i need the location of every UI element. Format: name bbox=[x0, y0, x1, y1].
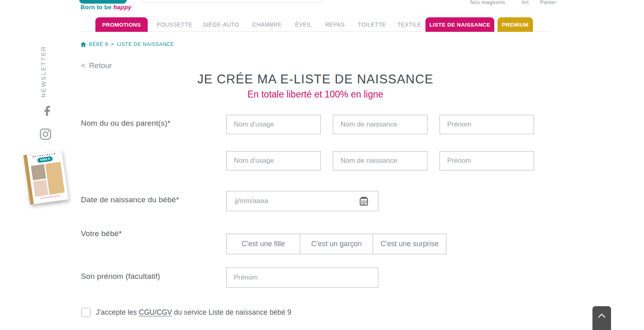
catalog-photo-family bbox=[33, 180, 48, 197]
terms-prefix: J'accepte les bbox=[96, 308, 139, 316]
terms-checkbox[interactable] bbox=[81, 308, 91, 317]
brand-tagline: Born to be happy bbox=[80, 4, 132, 10]
header-link-stores[interactable]: Nos magasins bbox=[470, 0, 505, 5]
parent1-birth-name-input[interactable] bbox=[333, 115, 427, 134]
calendar-icon[interactable] bbox=[359, 196, 369, 207]
back-chevron-icon: < bbox=[81, 61, 85, 70]
catalog-photo-mother bbox=[45, 162, 65, 195]
nav-item-toilette[interactable]: TOILETTE bbox=[358, 17, 386, 32]
nav-item-chambre[interactable]: CHAMBRE bbox=[252, 17, 282, 32]
instagram-icon[interactable] bbox=[39, 128, 52, 142]
birthdate-label: Date de naissance du bébé* bbox=[81, 195, 179, 204]
catalog-logo: bébé 9 bbox=[37, 156, 53, 163]
main-nav: PROMOTIONS POUSSETTE SIÈGE-AUTO CHAMBRE … bbox=[80, 17, 550, 32]
baby-label: Votre bébé* bbox=[81, 229, 122, 238]
back-label: Retour bbox=[89, 61, 112, 70]
brand-logo[interactable] bbox=[79, 0, 127, 4]
breadcrumb-separator: > bbox=[111, 42, 114, 47]
home-icon[interactable] bbox=[80, 42, 86, 47]
facebook-icon[interactable] bbox=[41, 105, 54, 118]
gender-girl-button[interactable]: C'est une fille bbox=[226, 234, 300, 254]
back-link[interactable]: <Retour bbox=[81, 61, 112, 70]
birthdate-input[interactable] bbox=[227, 191, 378, 211]
catalog-speckles bbox=[33, 153, 56, 157]
nav-item-eveil[interactable]: ÉVEIL bbox=[295, 17, 312, 32]
nav-item-premium[interactable]: PREMIUM bbox=[497, 17, 533, 32]
newsletter-tab[interactable]: NEWSLETTER bbox=[40, 56, 47, 98]
nav-item-poussette[interactable]: POUSSETTE bbox=[157, 17, 192, 32]
nav-item-promotions[interactable]: PROMOTIONS bbox=[95, 17, 148, 32]
catalog-thumbnail[interactable]: bébé 9 bbox=[23, 150, 68, 205]
parent2-usage-name-input[interactable] bbox=[226, 151, 321, 170]
terms-cgu-link[interactable]: CGU/CGV bbox=[139, 308, 172, 316]
gender-boy-button[interactable]: C'est un garçon bbox=[300, 234, 373, 254]
catalog-footline bbox=[40, 195, 61, 199]
chevron-up-icon bbox=[597, 311, 607, 321]
nav-item-siege-auto[interactable]: SIÈGE-AUTO bbox=[203, 17, 239, 32]
baby-firstname-field bbox=[226, 268, 378, 288]
search-input[interactable] bbox=[139, 0, 325, 2]
terms-text: J'accepte les CGU/CGV du service Liste d… bbox=[96, 308, 291, 317]
parent2-firstname-input[interactable] bbox=[440, 151, 534, 170]
page-title: JE CRÉE MA E-LISTE DE NAISSANCE bbox=[80, 72, 550, 87]
baby-firstname-label: Son prénom (facultatif) bbox=[81, 272, 160, 281]
nav-item-liste-de-naissance[interactable]: LISTE DE NAISSANCE bbox=[425, 17, 494, 32]
tagline-prefix: Born to be bbox=[80, 4, 111, 10]
header-link-account[interactable]: Art bbox=[522, 0, 529, 5]
breadcrumb-home[interactable]: BÉBÉ 9 bbox=[89, 42, 108, 47]
catalog-photo-nursery bbox=[31, 164, 46, 180]
baby-gender-segment: C'est une fille C'est un garçon C'est un… bbox=[226, 234, 446, 254]
nav-item-repas[interactable]: REPAS bbox=[325, 17, 345, 32]
parent2-birth-name-input[interactable] bbox=[333, 151, 427, 170]
birthdate-field bbox=[226, 191, 378, 211]
page-subtitle: En totale liberté et 100% en ligne bbox=[80, 89, 550, 100]
page: Born to be happy Nos magasins Art Panier… bbox=[0, 0, 644, 330]
baby-firstname-input[interactable] bbox=[226, 268, 378, 288]
nav-item-textile[interactable]: TEXTILE bbox=[397, 17, 421, 32]
header-link-cart[interactable]: Panier bbox=[540, 0, 556, 5]
terms-suffix: du service Liste de naissance bébé 9 bbox=[172, 308, 291, 316]
breadcrumb-current[interactable]: LISTE DE NAISSANCE bbox=[117, 42, 174, 47]
breadcrumb: BÉBÉ 9 > LISTE DE NAISSANCE bbox=[80, 42, 174, 47]
tagline-accent: happy bbox=[113, 4, 131, 10]
catalog-cover: bébé 9 bbox=[27, 150, 68, 204]
parent1-usage-name-input[interactable] bbox=[226, 115, 321, 134]
terms-row: J'accepte les CGU/CGV du service Liste d… bbox=[81, 308, 291, 317]
parent1-firstname-input[interactable] bbox=[440, 115, 534, 134]
catalog-photos bbox=[31, 162, 65, 197]
gender-surprise-button[interactable]: C'est une surprise bbox=[373, 234, 446, 254]
parents-label: Nom du ou des parent(s)* bbox=[81, 119, 170, 128]
scroll-to-top-button[interactable] bbox=[592, 306, 611, 330]
